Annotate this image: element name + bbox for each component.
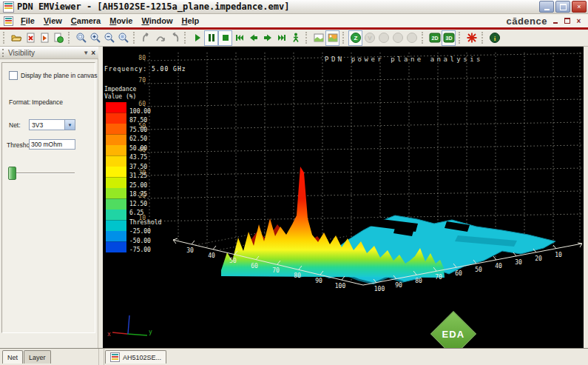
document-icon [4, 16, 13, 26]
camera-preset-1-icon[interactable] [376, 30, 391, 46]
mdi-minimize-button[interactable] [551, 17, 559, 25]
net-label: Net: [9, 121, 21, 129]
x-tick-label: 90 [315, 278, 322, 284]
zoom-fit-icon[interactable] [116, 30, 130, 46]
visibility-panel-header[interactable]: Visibility ▼ × [0, 47, 98, 59]
toolbar: Z V 2D 3D i [0, 30, 588, 47]
dropdown-arrow-icon[interactable]: ▼ [64, 120, 75, 130]
toolbar-grip [305, 32, 309, 44]
stop-icon[interactable] [218, 30, 232, 46]
orbit-tool-icon[interactable] [139, 30, 153, 46]
y-tick-label: 80 [415, 278, 422, 284]
slider-thumb[interactable] [8, 167, 16, 180]
visibility-panel-body: Display the plane in canvas Format: Impe… [1, 62, 95, 333]
axis-triad: x y [107, 315, 152, 338]
legend-value: 12.50 [129, 201, 147, 207]
legend-value: 100.00 [129, 108, 151, 115]
menu-help[interactable]: Help [177, 16, 203, 26]
toolbar-grip [459, 32, 462, 44]
camera-preset-3-icon[interactable] [405, 30, 419, 46]
legend-threshold-value: -25.00 [129, 228, 151, 235]
menu-view[interactable]: View [39, 16, 67, 26]
view-2d-icon[interactable]: 2D [428, 30, 442, 46]
camera-z-icon[interactable]: Z [348, 30, 362, 46]
mdi-close-button[interactable]: × [575, 17, 583, 25]
y-tick-label: 40 [495, 263, 502, 269]
view-3d-icon[interactable]: 3D [442, 30, 456, 46]
toolbar-grip [481, 32, 485, 44]
step-forward-icon[interactable] [260, 30, 274, 46]
walkthrough-icon[interactable] [288, 30, 303, 46]
close-button[interactable]: × [572, 1, 587, 13]
colorbar [106, 102, 126, 252]
pause-icon[interactable] [204, 30, 218, 46]
zoom-in-icon[interactable] [88, 30, 102, 46]
panel-close-icon[interactable]: × [91, 49, 95, 57]
x-tick-label: 30 [186, 247, 194, 254]
eda-watermark-text: EDA [442, 328, 464, 339]
run-document-icon[interactable] [37, 30, 51, 46]
app-icon [3, 1, 14, 13]
x-tick-label: 80 [294, 272, 301, 279]
legend-threshold-value: -75.00 [129, 247, 151, 253]
camera-preset-2-icon[interactable] [391, 30, 405, 46]
camera-v-icon[interactable]: V [362, 30, 376, 46]
zoom-out-icon[interactable] [102, 30, 116, 46]
plot-viewport[interactable]: 30 40 50 60 70 80 90 100 100 90 80 70 60… [103, 47, 584, 348]
skip-start-icon[interactable] [232, 30, 246, 46]
panel-title: Visibility [8, 49, 35, 57]
skip-end-icon[interactable] [274, 30, 288, 46]
menu-movie[interactable]: Movie [105, 16, 137, 26]
menu-window[interactable]: Window [137, 16, 177, 26]
toolbar-grip [133, 32, 137, 44]
y-tick-label: 20 [535, 255, 542, 262]
threshold-input[interactable] [29, 139, 75, 150]
menu-file[interactable]: File [16, 16, 39, 26]
legend-value: 43.75 [129, 154, 147, 161]
net-select[interactable]: 3V3 ▼ [29, 119, 75, 130]
zoom-window-icon[interactable] [74, 30, 88, 46]
legend-value: 18.75 [129, 191, 147, 198]
y-tick-label: 60 [455, 270, 462, 277]
export-document-icon[interactable] [51, 30, 65, 46]
x-tick-label: 60 [251, 263, 258, 269]
tab-layer[interactable]: Layer [24, 350, 51, 364]
display-plane-checkbox[interactable] [9, 71, 18, 80]
close-document-icon[interactable] [23, 30, 37, 46]
menu-camera[interactable]: Camera [67, 16, 105, 26]
snapshot-plain-icon[interactable] [311, 30, 325, 46]
abort-icon[interactable] [464, 30, 479, 46]
threshold-slider[interactable] [8, 165, 76, 180]
y-tick-label: 50 [475, 267, 482, 273]
menu-bar: File View Camera Movie Window Help cāden… [0, 14, 588, 27]
legend-title-line2: Value (%) [104, 93, 136, 100]
play-icon[interactable] [190, 30, 204, 46]
frequency-annotation: Frequency: 5.00 GHz [104, 66, 186, 73]
panel-chevron-icon[interactable]: ▼ [83, 50, 89, 56]
z-tick-label: 80 [138, 55, 146, 61]
x-tick-label: 50 [229, 258, 237, 264]
document-tab[interactable]: AH5102SE... [105, 350, 166, 364]
help-icon[interactable]: i [487, 30, 501, 46]
bottom-strip: Net Layer AH5102SE... [0, 348, 588, 365]
tab-net[interactable]: Net [2, 350, 23, 364]
spin-tool-icon[interactable] [167, 30, 181, 46]
slider-track[interactable] [10, 173, 75, 174]
step-back-icon[interactable] [246, 30, 260, 46]
z-tick-label: 60 [138, 101, 146, 107]
minimize-button[interactable] [539, 1, 554, 13]
open-file-icon[interactable] [9, 30, 23, 46]
y-tick-label: 70 [435, 274, 442, 281]
pan-tool-icon[interactable] [153, 30, 167, 46]
document-tab-icon [110, 352, 120, 362]
x-tick-label: 70 [272, 267, 280, 274]
triad-y-label: y [149, 329, 152, 335]
restore-button[interactable] [555, 1, 570, 13]
visibility-panel: Visibility ▼ × Display the plane in canv… [0, 47, 98, 348]
legend-value: 62.50 [129, 135, 147, 142]
legend-title-line1: Impedance [104, 86, 137, 93]
snapshot-color-icon[interactable] [325, 30, 339, 46]
panel-splitter[interactable] [98, 349, 104, 365]
mdi-restore-button[interactable] [563, 17, 571, 25]
legend-value: 6.25 [129, 210, 143, 216]
